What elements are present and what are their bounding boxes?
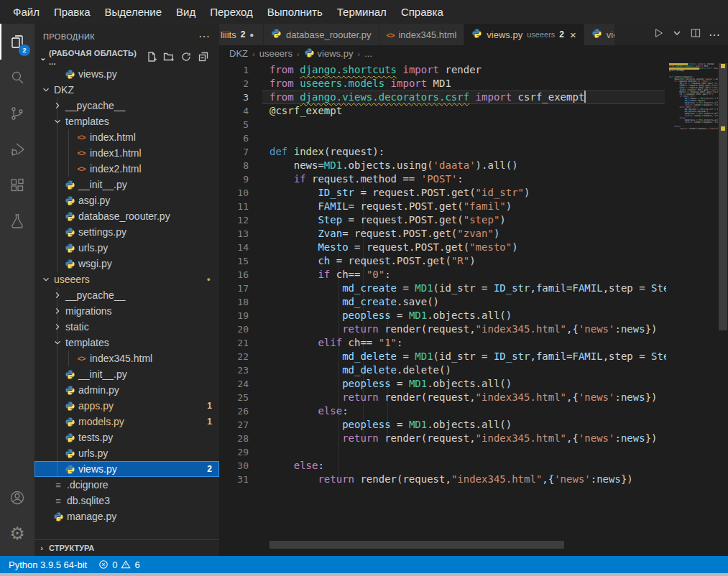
problems-status[interactable]: 0 6 (98, 559, 139, 570)
line-number: 27 (219, 418, 262, 432)
menu-item-Терминал[interactable]: Терминал (330, 0, 394, 24)
tree-item-templates[interactable]: templates (34, 113, 219, 129)
code-token: "index345.html" (476, 391, 566, 403)
run-dropdown-icon[interactable] (671, 27, 683, 42)
code-token: ID_str (318, 187, 354, 198)
close-icon[interactable]: × (570, 29, 576, 41)
split-editor-icon[interactable] (690, 27, 701, 42)
settings-icon[interactable]: ⚙ (0, 516, 34, 552)
code-token: 'news' (579, 432, 615, 444)
tree-item-migrations[interactable]: migrations (34, 303, 219, 319)
tree-item-database_roouter.py[interactable]: database_roouter.py (34, 208, 219, 224)
tree-item-templates[interactable]: templates (34, 335, 219, 350)
tree-item-db.sqlite3[interactable]: ≡db.sqlite3 (34, 493, 219, 508)
outline-section-header[interactable]: › СТРУКТУРА (34, 539, 219, 556)
more-actions-icon[interactable]: ⋯ (709, 28, 721, 42)
code-line-2: 2from useeers.models import MD1 (219, 77, 728, 90)
tree-item-DKZ[interactable]: DKZ (34, 82, 219, 98)
account-icon[interactable] (0, 480, 34, 516)
menu-item-Справка[interactable]: Справка (394, 0, 451, 24)
tab-vie[interactable]: vie (584, 24, 614, 45)
breadcrumb-item-...[interactable]: ... (364, 48, 372, 59)
code-line-21: 21 elif ch== "1": (219, 336, 728, 350)
code-token: ) (506, 200, 512, 212)
file-label: settings.py (78, 226, 126, 238)
tree-item-wsgi.py[interactable]: wsgi.py (34, 256, 219, 271)
sidebar-more-icon[interactable]: ⋯ (198, 29, 211, 43)
breadcrumb[interactable]: DKZ›useeers›views.py›... (219, 45, 728, 62)
code-token (287, 146, 293, 157)
code-text: def index(request): (262, 145, 384, 159)
tree-item-models.py[interactable]: models.py1 (34, 414, 219, 429)
warning-icon (121, 559, 131, 570)
tree-item-asgi.py[interactable]: asgi.py (34, 192, 219, 208)
menu-item-Выделение[interactable]: Выделение (98, 0, 169, 24)
line-number: 15 (219, 254, 262, 268)
new-file-icon[interactable] (146, 51, 157, 64)
code-editor[interactable]: 1from django.shortcuts import render2fro… (219, 62, 728, 556)
menu-item-Выполнить[interactable]: Выполнить (260, 0, 330, 24)
tree-item-admin.py[interactable]: admin.py (34, 382, 219, 398)
chevron-right-icon (52, 322, 63, 332)
breadcrumb-item-DKZ[interactable]: DKZ (229, 48, 248, 59)
tab-liiits[interactable]: liiits2● (219, 24, 264, 45)
testing-icon[interactable] (0, 203, 34, 239)
file-label: wsgi.py (78, 258, 112, 269)
minimap[interactable]: from django.shortcuts import renderfrom … (666, 62, 718, 556)
tree-item-urls.py[interactable]: urls.py (34, 240, 219, 256)
code-token: index (294, 146, 324, 157)
file-label: .dcignore (67, 479, 109, 491)
menu-item-Правка[interactable]: Правка (47, 0, 98, 24)
breadcrumb-item-views.py[interactable]: views.py (304, 47, 354, 60)
tree-item-views.py[interactable]: views.py2 (34, 461, 219, 477)
horizontal-scrollbar[interactable] (269, 541, 564, 549)
tree-item-useeers[interactable]: useeers● (34, 271, 219, 287)
collapse-all-icon[interactable] (198, 51, 209, 64)
tree-item-urls.py[interactable]: urls.py (34, 445, 219, 461)
extensions-icon[interactable] (0, 167, 34, 203)
run-debug-icon[interactable] (0, 131, 34, 167)
refresh-icon[interactable] (180, 51, 192, 64)
python-file-icon (63, 401, 76, 412)
tree-item-manage.py[interactable]: manage.py (34, 508, 219, 524)
python-interpreter-status[interactable]: Python 3.9.5 64-bit (9, 559, 87, 570)
vertical-scrollbar[interactable] (718, 62, 728, 556)
code-token (269, 241, 318, 253)
explorer-icon[interactable]: 2 (0, 24, 34, 60)
code-token: Mesto (318, 241, 348, 253)
tree-item-index.html[interactable]: <>index.html (34, 129, 219, 145)
tree-item-__init__.py[interactable]: __init__.py (34, 177, 219, 192)
tree-item-apps.py[interactable]: apps.py1 (34, 398, 219, 414)
tab-index345.html[interactable]: <>index345.html (379, 24, 465, 45)
code-token: else (294, 460, 318, 471)
tree-item-__pycache__[interactable]: __pycache__ (34, 98, 219, 113)
run-icon[interactable] (653, 27, 664, 42)
html-file-icon: <> (75, 354, 88, 363)
tree-item-settings.py[interactable]: settings.py (34, 224, 219, 240)
tree-item-tests.py[interactable]: tests.py (34, 429, 219, 445)
tab-database_roouter.py[interactable]: database_roouter.py (264, 24, 379, 45)
line-number: 4 (219, 104, 262, 118)
tree-item-index2.html[interactable]: <>index2.html (34, 161, 219, 177)
menu-item-Файл[interactable]: Файл (6, 0, 47, 24)
tree-item-.dcignore[interactable]: ≡.dcignore (34, 477, 219, 493)
tree-item-index345.html[interactable]: <>index345.html (34, 350, 219, 366)
tab-views.py[interactable]: views.pyuseeers2× (464, 24, 584, 45)
code-line-11: 11 FAMIL= request.POST.get("famil") (219, 200, 728, 213)
tree-item-__init__.py[interactable]: __init__.py (34, 366, 219, 382)
source-control-icon[interactable] (0, 96, 34, 131)
code-token: render(request, (354, 473, 451, 485)
scrollbar-thumb[interactable] (719, 63, 727, 330)
code-token: : (342, 405, 348, 417)
breadcrumb-item-useeers[interactable]: useeers (259, 48, 292, 59)
workspace-section-header[interactable]: ⌄ (РАБОЧАЯ ОБЛАСТЬ) ... (34, 49, 219, 66)
tree-item-static[interactable]: static (34, 319, 219, 335)
new-folder-icon[interactable] (163, 51, 175, 64)
menu-item-Переход[interactable]: Переход (203, 0, 260, 24)
tree-item-__pycache__[interactable]: __pycache__ (34, 287, 219, 303)
tree-item-views.py[interactable]: views.py (34, 66, 219, 82)
code-line-27: 27 peopless = MD1.objects.all() (219, 418, 728, 432)
tree-item-index1.html[interactable]: <>index1.html (34, 145, 219, 161)
search-icon[interactable] (0, 60, 34, 96)
menu-item-Вид[interactable]: Вид (169, 0, 203, 24)
